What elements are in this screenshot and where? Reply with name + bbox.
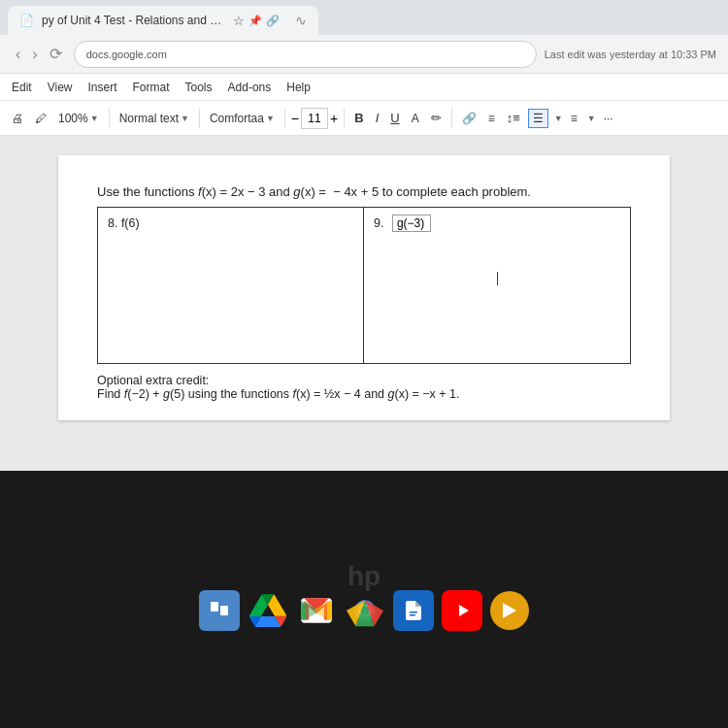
taskbar	[0, 590, 728, 631]
doc-area: Use the functions f(x) = 2x − 3 and g(x)…	[0, 136, 728, 505]
style-dropdown[interactable]: Normal text ▼	[116, 110, 193, 127]
menu-view[interactable]: View	[48, 81, 73, 94]
zoom-control[interactable]: 100% ▼	[54, 110, 103, 127]
style-dropdown-icon[interactable]: ▼	[181, 114, 189, 123]
taskbar-youtube-icon[interactable]	[442, 590, 482, 631]
list-dropdown-icon[interactable]: ▼	[554, 114, 563, 123]
zoom-value: 100%	[58, 112, 88, 125]
style-value: Normal text	[119, 112, 179, 125]
separator-4	[344, 109, 345, 128]
pin-icon[interactable]: 📌	[248, 15, 262, 27]
taskbar-drive-icon[interactable]	[248, 590, 288, 631]
paint-format-icon[interactable]: 🖊	[31, 110, 50, 127]
optional-section: Optional extra credit: Find f(−2) + g(5)…	[97, 374, 631, 401]
font-value: Comfortaa	[210, 112, 264, 125]
svg-rect-6	[410, 614, 415, 616]
list-style-button[interactable]: ☰	[528, 109, 548, 128]
problem-9-label: 9.	[374, 216, 383, 230]
svg-rect-5	[410, 612, 417, 613]
last-edit-info: Last edit was yesterday at 10:33 PM	[545, 49, 716, 60]
taskbar-plex-icon[interactable]	[490, 591, 529, 630]
font-size-control[interactable]: − 11 +	[291, 108, 338, 129]
nav-bar: ‹ › ⟳ docs.google.com Last edit was yest…	[0, 35, 728, 74]
problem-8-label: 8. f(6)	[108, 216, 140, 230]
tab-bar: 📄 py of Unit 4 Test - Relations and Func…	[0, 0, 728, 35]
doc-page: Use the functions f(x) = 2x − 3 and g(x)…	[58, 155, 670, 420]
problem-intro: Use the functions f(x) = 2x − 3 and g(x)…	[97, 184, 631, 199]
problem-9-answer-box[interactable]: g(−3)	[392, 215, 431, 232]
optional-text: Find f(−2) + g(5) using the functions f(…	[97, 387, 631, 401]
font-color-button[interactable]: A	[408, 110, 423, 127]
menu-tools[interactable]: Tools	[185, 81, 213, 94]
desktop-background: hp	[0, 471, 728, 728]
hp-watermark: hp	[347, 561, 381, 592]
curved-line-icon: ∿	[295, 13, 307, 28]
svg-marker-8	[503, 603, 516, 618]
bold-button[interactable]: B	[350, 109, 367, 127]
print-icon[interactable]: 🖨	[8, 110, 27, 127]
problem-9-cell[interactable]: 9. g(−3)	[364, 208, 630, 363]
svg-rect-0	[211, 602, 218, 612]
url-text: docs.google.com	[86, 49, 167, 60]
indent-button[interactable]: ≡	[567, 110, 581, 127]
share-icon[interactable]: 🔗	[266, 15, 280, 27]
problem-8-cell: 8. f(6)	[98, 208, 364, 363]
tab-title: py of Unit 4 Test - Relations and Functi…	[42, 14, 225, 27]
indent-dropdown-icon[interactable]: ▼	[587, 114, 596, 123]
font-size-value: 11	[308, 112, 320, 125]
problems-grid: 8. f(6) 9. g(−3)	[97, 207, 631, 364]
line-spacing-button[interactable]: ↕≡	[503, 109, 524, 127]
refresh-button[interactable]: ⟳	[46, 43, 66, 65]
nav-controls: ‹ › ⟳	[12, 43, 66, 65]
zoom-dropdown-icon[interactable]: ▼	[90, 114, 99, 123]
separator-1	[109, 109, 110, 128]
docs-menu-bar: Edit View Insert Format Tools Add-ons He…	[0, 74, 728, 101]
address-bar[interactable]: docs.google.com	[74, 41, 537, 68]
separator-3	[284, 109, 285, 128]
taskbar-gmail-icon[interactable]	[296, 590, 337, 631]
star-icon[interactable]: ☆	[233, 14, 245, 28]
separator-2	[199, 109, 200, 128]
svg-rect-1	[220, 606, 228, 615]
menu-format[interactable]: Format	[133, 81, 170, 94]
taskbar-files-icon[interactable]	[199, 590, 240, 631]
problem-9-answer: g(−3)	[397, 216, 424, 230]
svg-marker-7	[459, 605, 469, 616]
link-button[interactable]: 🔗	[458, 110, 480, 127]
font-dropdown[interactable]: Comfortaa ▼	[206, 110, 279, 127]
menu-edit[interactable]: Edit	[12, 81, 32, 94]
optional-label: Optional extra credit:	[97, 374, 631, 387]
menu-insert[interactable]: Insert	[87, 81, 116, 94]
font-dropdown-icon[interactable]: ▼	[266, 114, 275, 123]
more-options-button[interactable]: ···	[600, 110, 617, 127]
tab-icons: ☆ 📌 🔗	[233, 14, 280, 28]
forward-button[interactable]: ›	[28, 44, 41, 65]
docs-toolbar: 🖨 🖊 100% ▼ Normal text ▼ Comfortaa ▼ − 1…	[0, 101, 728, 136]
italic-button[interactable]: I	[372, 109, 383, 127]
back-button[interactable]: ‹	[12, 44, 24, 65]
taskbar-chrome-icon[interactable]	[345, 590, 385, 631]
font-size-box[interactable]: 11	[301, 108, 328, 129]
taskbar-docs-icon[interactable]	[393, 590, 434, 631]
separator-5	[451, 109, 452, 128]
decrease-font-icon[interactable]: −	[291, 111, 299, 126]
browser-chrome: 📄 py of Unit 4 Test - Relations and Func…	[0, 0, 728, 136]
text-cursor	[497, 272, 498, 285]
active-tab[interactable]: 📄 py of Unit 4 Test - Relations and Func…	[8, 6, 318, 35]
underline-button[interactable]: U	[386, 109, 403, 127]
tab-favicon: 📄	[19, 14, 34, 27]
menu-help[interactable]: Help	[286, 81, 311, 94]
align-button[interactable]: ≡	[484, 110, 499, 127]
increase-font-icon[interactable]: +	[330, 111, 338, 126]
highlight-button[interactable]: ✏	[427, 109, 446, 127]
menu-addons[interactable]: Add-ons	[228, 81, 272, 94]
